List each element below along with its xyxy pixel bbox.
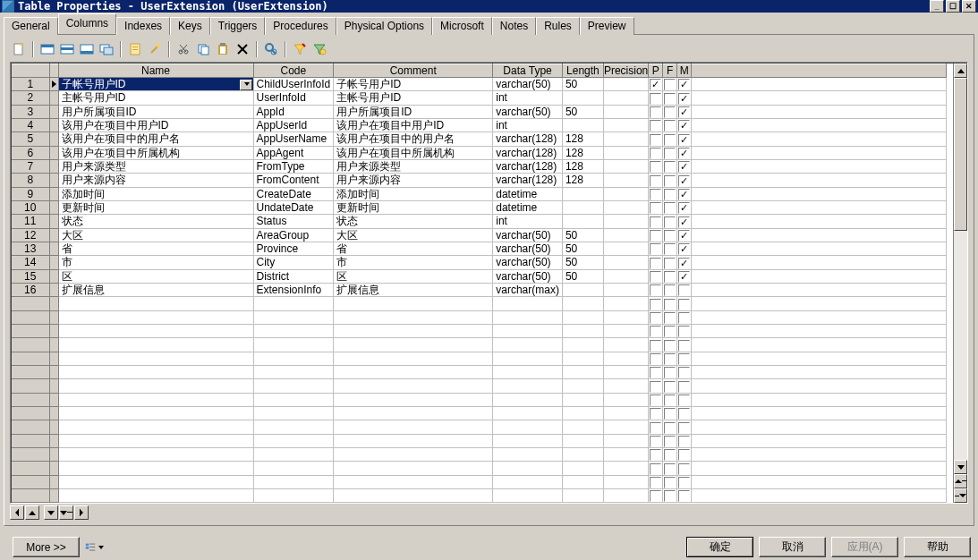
table-row-empty[interactable]	[12, 297, 947, 310]
row-number[interactable]	[12, 420, 49, 434]
cell-length[interactable]: 128	[562, 132, 603, 146]
cell-comment[interactable]: 区	[334, 269, 493, 283]
row-number[interactable]	[12, 352, 49, 365]
cell-f[interactable]	[663, 132, 677, 146]
tab-physical-options[interactable]: Physical Options	[336, 17, 432, 35]
cell-m[interactable]	[677, 488, 692, 502]
cell-name[interactable]: 添加时间	[58, 187, 253, 200]
cell-comment[interactable]: 该用户在项目中所属机构	[334, 146, 493, 159]
cell-precision[interactable]	[603, 393, 648, 406]
cell-length[interactable]	[562, 420, 603, 434]
cell-datatype[interactable]: varchar(50)	[493, 228, 563, 242]
nav-last-button[interactable]	[74, 505, 89, 520]
cell-f[interactable]	[663, 475, 677, 488]
customize-icon[interactable]	[310, 40, 328, 58]
col-header[interactable]: Data Type	[493, 64, 563, 78]
cell-m[interactable]	[677, 475, 692, 488]
table-row-empty[interactable]	[12, 393, 947, 406]
delete-icon[interactable]	[234, 40, 251, 58]
cell-f[interactable]	[663, 338, 677, 352]
cell-f[interactable]	[663, 488, 677, 502]
cell-p[interactable]	[649, 78, 663, 91]
cell-p[interactable]	[649, 462, 663, 475]
cell-length[interactable]	[562, 310, 603, 324]
cell-comment[interactable]	[334, 420, 493, 434]
cell-length[interactable]	[562, 365, 603, 378]
cell-length[interactable]	[562, 324, 603, 337]
cell-f[interactable]	[663, 215, 677, 228]
cell-name[interactable]	[58, 488, 253, 502]
cell-precision[interactable]	[603, 256, 648, 269]
cell-p[interactable]	[649, 187, 663, 200]
cell-comment[interactable]: 主帐号用户ID	[334, 91, 493, 105]
cell-code[interactable]: City	[253, 256, 334, 269]
cell-datatype[interactable]: varchar(128)	[493, 174, 563, 187]
cell-m[interactable]	[677, 91, 692, 105]
cell-length[interactable]: 50	[562, 105, 603, 118]
cell-f[interactable]	[663, 187, 677, 200]
cell-comment[interactable]: 该用户在项目中的用户名	[334, 132, 493, 146]
row-number[interactable]: 5	[12, 132, 49, 146]
cell-f[interactable]	[663, 324, 677, 337]
cell-comment[interactable]	[334, 352, 493, 365]
cell-code[interactable]	[253, 310, 334, 324]
cell-precision[interactable]	[603, 174, 648, 187]
cell-precision[interactable]	[603, 78, 648, 91]
cell-f[interactable]	[663, 393, 677, 406]
col-header[interactable]: P	[649, 64, 663, 78]
cell-code[interactable]	[253, 379, 334, 393]
cell-length[interactable]: 50	[562, 242, 603, 255]
cell-comment[interactable]	[334, 488, 493, 502]
cell-datatype[interactable]: varchar(50)	[493, 105, 563, 118]
col-header[interactable]	[692, 64, 947, 78]
scroll-page-up-button[interactable]	[954, 474, 967, 488]
cell-code[interactable]: AppId	[253, 105, 334, 118]
cell-p[interactable]	[649, 379, 663, 393]
table-row-empty[interactable]	[12, 406, 947, 420]
scroll-down-button[interactable]	[954, 460, 967, 474]
filter-icon[interactable]	[291, 40, 309, 58]
cell-name[interactable]	[58, 420, 253, 434]
cell-precision[interactable]	[603, 242, 648, 255]
cell-datatype[interactable]	[493, 434, 563, 447]
cell-m[interactable]	[677, 242, 692, 255]
cell-name[interactable]	[58, 365, 253, 378]
cell-datatype[interactable]	[493, 379, 563, 393]
table-row[interactable]: 3用户所属项目IDAppId用户所属项目IDvarchar(50)50	[12, 105, 947, 118]
row-number[interactable]: 13	[12, 242, 49, 255]
cell-code[interactable]: FromType	[253, 159, 334, 173]
cell-code[interactable]: AreaGroup	[253, 228, 334, 242]
cell-m[interactable]	[677, 379, 692, 393]
cell-m[interactable]	[677, 146, 692, 159]
cell-precision[interactable]	[603, 365, 648, 378]
insert-row-icon[interactable]	[38, 40, 56, 58]
row-number[interactable]: 1	[12, 78, 49, 91]
cell-p[interactable]	[649, 324, 663, 337]
cell-length[interactable]	[562, 475, 603, 488]
cell-p[interactable]	[649, 310, 663, 324]
cell-comment[interactable]	[334, 475, 493, 488]
tab-indexes[interactable]: Indexes	[116, 17, 170, 35]
cell-length[interactable]	[562, 297, 603, 310]
cell-length[interactable]	[562, 187, 603, 200]
row-number[interactable]	[12, 475, 49, 488]
cell-datatype[interactable]: int	[493, 118, 563, 132]
cell-name[interactable]: 主帐号用户ID	[58, 91, 253, 105]
cell-length[interactable]	[562, 379, 603, 393]
cell-code[interactable]	[253, 365, 334, 378]
nav-up-button[interactable]	[25, 505, 39, 520]
cell-datatype[interactable]	[493, 488, 563, 502]
cell-name[interactable]: 子帐号用户ID	[58, 78, 253, 91]
cell-name[interactable]	[58, 379, 253, 393]
cell-datatype[interactable]	[493, 475, 563, 488]
cell-length[interactable]	[562, 215, 603, 228]
cell-datatype[interactable]	[493, 393, 563, 406]
cell-name[interactable]: 该用户在项目中的用户名	[58, 132, 253, 146]
cell-m[interactable]	[677, 324, 692, 337]
table-row[interactable]: 2主帐号用户IDUserInfoId主帐号用户IDint	[12, 91, 947, 105]
cell-code[interactable]	[253, 447, 334, 461]
cell-p[interactable]	[649, 132, 663, 146]
cell-name[interactable]	[58, 324, 253, 337]
table-row[interactable]: 1子帐号用户IDChildUserInfoId子帐号用户IDvarchar(50…	[12, 78, 947, 91]
table-row[interactable]: 15区District区varchar(50)50	[12, 269, 947, 283]
